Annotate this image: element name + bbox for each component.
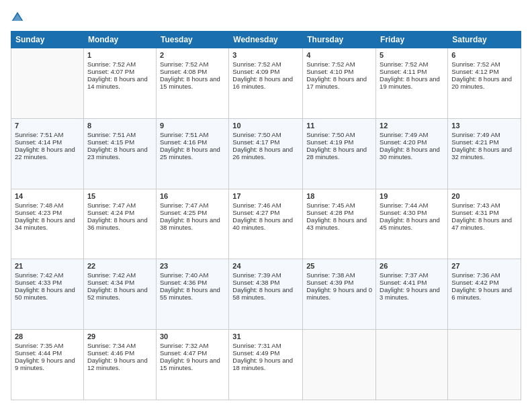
weekday-header-thursday: Thursday — [303, 32, 376, 48]
sunrise: Sunrise: 7:42 AM — [15, 271, 63, 279]
sunset: Sunset: 4:38 PM — [232, 279, 279, 286]
day-number: 14 — [15, 192, 80, 200]
sunrise: Sunrise: 7:34 AM — [87, 342, 136, 349]
sunrise: Sunrise: 7:47 AM — [160, 201, 208, 209]
sunset: Sunset: 4:25 PM — [160, 209, 207, 216]
day-number: 2 — [160, 51, 225, 59]
sunset: Sunset: 4:27 PM — [232, 209, 279, 216]
daylight: Daylight: 8 hours and 25 minutes. — [160, 146, 220, 161]
day-cell: 19Sunrise: 7:44 AMSunset: 4:30 PMDayligh… — [376, 189, 448, 259]
day-number: 26 — [380, 262, 444, 270]
sunrise: Sunrise: 7:37 AM — [380, 271, 428, 279]
sunrise: Sunrise: 7:32 AM — [160, 342, 208, 349]
sunrise: Sunrise: 7:49 AM — [451, 131, 500, 138]
sunset: Sunset: 4:28 PM — [306, 209, 353, 216]
day-cell: 23Sunrise: 7:40 AMSunset: 4:36 PMDayligh… — [156, 259, 228, 330]
sunset: Sunset: 4:49 PM — [232, 349, 279, 357]
day-cell: 25Sunrise: 7:38 AMSunset: 4:39 PMDayligh… — [303, 259, 376, 330]
daylight: Daylight: 8 hours and 45 minutes. — [380, 216, 440, 231]
day-number: 10 — [232, 122, 299, 130]
day-cell: 13Sunrise: 7:49 AMSunset: 4:21 PMDayligh… — [448, 118, 521, 189]
sunset: Sunset: 4:33 PM — [15, 279, 62, 286]
daylight: Daylight: 8 hours and 30 minutes. — [380, 146, 440, 161]
sunrise: Sunrise: 7:45 AM — [306, 201, 355, 209]
sunrise: Sunrise: 7:52 AM — [232, 60, 281, 68]
daylight: Daylight: 8 hours and 26 minutes. — [232, 146, 293, 161]
day-number: 17 — [232, 192, 299, 200]
sunrise: Sunrise: 7:35 AM — [15, 342, 63, 349]
daylight: Daylight: 8 hours and 32 minutes. — [451, 146, 512, 161]
day-cell: 21Sunrise: 7:42 AMSunset: 4:33 PMDayligh… — [11, 259, 84, 330]
sunrise: Sunrise: 7:40 AM — [160, 271, 208, 279]
day-number: 19 — [380, 192, 444, 200]
daylight: Daylight: 8 hours and 22 minutes. — [15, 146, 75, 161]
daylight: Daylight: 8 hours and 40 minutes. — [232, 216, 293, 231]
day-number: 30 — [160, 332, 225, 340]
day-number: 22 — [87, 262, 152, 270]
logo-icon — [11, 11, 24, 24]
day-number: 28 — [15, 332, 80, 340]
day-cell — [11, 48, 84, 119]
sunrise: Sunrise: 7:52 AM — [160, 60, 208, 68]
day-cell: 9Sunrise: 7:51 AMSunset: 4:16 PMDaylight… — [156, 118, 228, 189]
sunrise: Sunrise: 7:31 AM — [232, 342, 281, 349]
daylight: Daylight: 8 hours and 20 minutes. — [451, 75, 512, 90]
daylight: Daylight: 8 hours and 36 minutes. — [87, 216, 148, 231]
day-number: 3 — [232, 51, 299, 59]
daylight: Daylight: 9 hours and 18 minutes. — [232, 357, 293, 371]
sunset: Sunset: 4:17 PM — [232, 138, 279, 146]
weekday-header-row: SundayMondayTuesdayWednesdayThursdayFrid… — [11, 32, 521, 48]
calendar-page: SundayMondayTuesdayWednesdayThursdayFrid… — [0, 0, 532, 411]
day-cell: 22Sunrise: 7:42 AMSunset: 4:34 PMDayligh… — [83, 259, 156, 330]
sunset: Sunset: 4:44 PM — [15, 349, 62, 357]
day-cell: 10Sunrise: 7:50 AMSunset: 4:17 PMDayligh… — [229, 118, 303, 189]
day-cell: 2Sunrise: 7:52 AMSunset: 4:08 PMDaylight… — [156, 48, 228, 119]
daylight: Daylight: 8 hours and 38 minutes. — [160, 216, 220, 231]
weekday-header-sunday: Sunday — [11, 32, 84, 48]
day-cell: 12Sunrise: 7:49 AMSunset: 4:20 PMDayligh… — [376, 118, 448, 189]
day-cell: 4Sunrise: 7:52 AMSunset: 4:10 PMDaylight… — [303, 48, 376, 119]
sunrise: Sunrise: 7:52 AM — [87, 60, 136, 68]
day-number: 20 — [451, 192, 517, 200]
sunrise: Sunrise: 7:49 AM — [380, 131, 428, 138]
sunset: Sunset: 4:41 PM — [380, 279, 427, 286]
sunset: Sunset: 4:11 PM — [380, 68, 427, 75]
day-cell: 8Sunrise: 7:51 AMSunset: 4:15 PMDaylight… — [83, 118, 156, 189]
calendar-table: SundayMondayTuesdayWednesdayThursdayFrid… — [11, 31, 521, 400]
sunset: Sunset: 4:23 PM — [15, 209, 62, 216]
sunset: Sunset: 4:09 PM — [232, 68, 279, 75]
day-number: 12 — [380, 122, 444, 130]
sunset: Sunset: 4:36 PM — [160, 279, 207, 286]
sunrise: Sunrise: 7:51 AM — [160, 131, 208, 138]
daylight: Daylight: 9 hours and 3 minutes. — [380, 286, 440, 301]
daylight: Daylight: 9 hours and 9 minutes. — [15, 357, 75, 371]
sunset: Sunset: 4:21 PM — [451, 138, 498, 146]
daylight: Daylight: 8 hours and 28 minutes. — [306, 146, 367, 161]
sunset: Sunset: 4:47 PM — [160, 349, 207, 357]
day-cell: 6Sunrise: 7:52 AMSunset: 4:12 PMDaylight… — [448, 48, 521, 119]
day-cell: 26Sunrise: 7:37 AMSunset: 4:41 PMDayligh… — [376, 259, 448, 330]
day-cell: 1Sunrise: 7:52 AMSunset: 4:07 PMDaylight… — [83, 48, 156, 119]
day-number: 15 — [87, 192, 152, 200]
sunrise: Sunrise: 7:36 AM — [451, 271, 500, 279]
sunset: Sunset: 4:42 PM — [451, 279, 498, 286]
header — [11, 11, 521, 24]
day-cell — [448, 330, 521, 400]
sunset: Sunset: 4:07 PM — [87, 68, 134, 75]
day-number: 1 — [87, 51, 152, 59]
sunrise: Sunrise: 7:43 AM — [451, 201, 500, 209]
daylight: Daylight: 9 hours and 6 minutes. — [451, 286, 512, 301]
week-row-2: 14Sunrise: 7:48 AMSunset: 4:23 PMDayligh… — [11, 189, 521, 259]
sunset: Sunset: 4:12 PM — [451, 68, 498, 75]
daylight: Daylight: 8 hours and 52 minutes. — [87, 286, 148, 301]
daylight: Daylight: 9 hours and 0 minutes. — [306, 286, 372, 301]
day-cell: 7Sunrise: 7:51 AMSunset: 4:14 PMDaylight… — [11, 118, 84, 189]
sunrise: Sunrise: 7:46 AM — [232, 201, 281, 209]
sunrise: Sunrise: 7:51 AM — [87, 131, 136, 138]
day-number: 21 — [15, 262, 80, 270]
day-cell: 3Sunrise: 7:52 AMSunset: 4:09 PMDaylight… — [229, 48, 303, 119]
weekday-header-wednesday: Wednesday — [229, 32, 303, 48]
day-cell: 30Sunrise: 7:32 AMSunset: 4:47 PMDayligh… — [156, 330, 228, 400]
day-number: 6 — [451, 51, 517, 59]
sunset: Sunset: 4:10 PM — [306, 68, 353, 75]
